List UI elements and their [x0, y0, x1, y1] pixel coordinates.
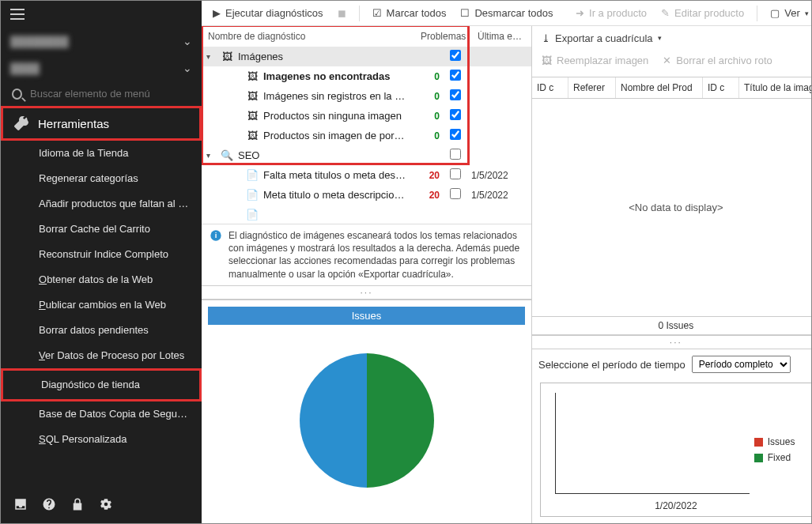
item-checkbox[interactable] [450, 129, 461, 140]
meta-icon: 📄 [246, 208, 259, 221]
sidebar-account-selector[interactable]: ████ ⌄ [1, 55, 202, 81]
diagnostics-column: Nombre de diagnóstico Problemas Última e… [202, 26, 532, 523]
pie-chart-area [208, 325, 525, 517]
image-group-icon: 🖼 [221, 51, 233, 63]
item-count: 20 [411, 170, 440, 181]
search-input[interactable] [30, 88, 191, 100]
help-icon[interactable] [42, 497, 56, 514]
tree-item-products-no-image[interactable]: 🖼 Productos sin ninguna imagen 0 [202, 106, 531, 126]
item-label: Productos sin ninguna imagen [263, 110, 406, 122]
view-menu-button[interactable]: ▢ Ver ▾ [765, 6, 812, 21]
period-selector-row: Seleccione el período de tiempo Período … [532, 349, 812, 379]
col-last-exec: Última e… [478, 31, 525, 42]
sidebar-item-rebuild-index[interactable]: Reconstruir Indice Completo [1, 242, 202, 267]
horizontal-splitter[interactable]: ··· [532, 335, 812, 349]
sidebar-section-tools[interactable]: Herramientas [1, 106, 202, 141]
gear-icon[interactable] [99, 497, 113, 514]
legend-issues: Issues [754, 436, 805, 447]
caret-down-icon[interactable]: ▾ [206, 52, 216, 61]
sidebar-item-regen-categories[interactable]: Regenerar categorías [1, 166, 202, 191]
timeline-legend: Issues Fixed [754, 383, 811, 516]
right-toolbar: ⤓ Exportar a cuadrícula ▾ 🖼 Reemplazar i… [532, 26, 812, 72]
item-checkbox[interactable] [450, 109, 461, 120]
sidebar-search[interactable] [1, 81, 202, 106]
tree-item-cut[interactable]: 📄 [202, 205, 531, 224]
item-label: Imagenes no encontradas [263, 70, 406, 82]
col-referer[interactable]: Referer [568, 77, 616, 98]
delete-broken-file-button[interactable]: ✕ Borrar el archivo roto [658, 53, 776, 68]
sidebar-item-custom-sql[interactable]: SQL Personalizada [1, 427, 202, 452]
item-checkbox[interactable] [450, 70, 461, 81]
item-count: 20 [411, 190, 440, 201]
col-product-name[interactable]: Nombre del Prod [616, 77, 703, 98]
sidebar-item-language[interactable]: Idioma de la Tienda [1, 141, 202, 166]
chevron-down-icon: ⌄ [183, 35, 192, 47]
sidebar-item-clear-cart-cache[interactable]: Borrar Cache del Carrito [1, 217, 202, 242]
item-date: 1/5/2022 [471, 170, 527, 181]
dropdown-caret-icon: ▾ [805, 9, 809, 17]
replace-image-button[interactable]: 🖼 Reemplazar imagen [537, 53, 653, 68]
product-noimg-icon: 🖼 [246, 110, 259, 123]
item-checkbox[interactable] [450, 89, 461, 100]
export-grid-button[interactable]: ⤓ Exportar a cuadrícula ▾ [537, 31, 667, 46]
seo-icon: 🔍 [221, 149, 233, 162]
meta-icon: 📄 [246, 189, 259, 202]
sidebar-item-add-missing-products[interactable]: Añadir productos que faltan al ín… [1, 191, 202, 217]
group-images-label: Imágenes [238, 51, 406, 62]
edit-product-button[interactable]: ✎ Editar producto [656, 6, 749, 21]
no-data-label: <No data to display> [629, 202, 723, 213]
sidebar-item-get-web-data[interactable]: Obtener datos de la Web [1, 267, 202, 292]
item-count: 0 [411, 111, 440, 122]
tree-item-missing-meta[interactable]: 📄 Falta meta titulos o meta descripc 20 … [202, 165, 531, 185]
sidebar-item-publish-web[interactable]: Publicar cambios en la Web [1, 292, 202, 318]
caret-down-icon[interactable]: ▾ [206, 151, 216, 160]
stop-button[interactable]: ◼ [333, 6, 351, 21]
horizontal-splitter[interactable]: ··· [202, 285, 531, 300]
group-images-checkbox[interactable] [450, 50, 461, 61]
col-problems: Problemas [421, 31, 478, 42]
diagnostics-header-row: Nombre de diagnóstico Problemas Última e… [202, 26, 531, 47]
diagnostics-tree-panel: Nombre de diagnóstico Problemas Última e… [202, 26, 531, 224]
tree-item-meta-title-desc[interactable]: 📄 Meta titulo o meta descripciones 20 1/… [202, 185, 531, 205]
sidebar-store-selector[interactable]: ████████ ⌄ [1, 28, 202, 55]
group-seo-checkbox[interactable] [450, 149, 461, 160]
results-grid-body: <No data to display> [532, 99, 812, 317]
swatch-issues [754, 438, 763, 447]
unmark-all-button[interactable]: ☐ Desmarcar todos [455, 6, 557, 21]
tree-item-products-no-cover[interactable]: 🖼 Productos sin imagen de portada 0 [202, 126, 531, 145]
item-checkbox[interactable] [450, 188, 461, 199]
sidebar-item-batch-data[interactable]: Ver Datos de Proceso por Lotes [1, 343, 202, 368]
col-id2[interactable]: ID c [703, 77, 739, 98]
sidebar-item-store-diagnostics[interactable]: Diagnóstico de tienda [1, 368, 202, 401]
edit-product-label: Editar producto [674, 7, 744, 19]
sidebar-item-clear-pending[interactable]: Borrar datos pendientes [1, 318, 202, 343]
export-grid-label: Exportar a cuadrícula [555, 32, 653, 44]
col-name: Nombre de diagnóstico [208, 31, 421, 42]
item-label: Imágenes sin registros en la base [263, 90, 406, 102]
period-select[interactable]: Período completo [692, 356, 791, 373]
period-label: Seleccione el período de tiempo [538, 359, 685, 371]
top-toolbar: ▶ Ejecutar diagnósticos ◼ ☑ Marcar todos… [202, 1, 812, 26]
meta-icon: 📄 [246, 169, 259, 182]
image-db-icon: 🖼 [246, 90, 259, 103]
info-text: El diagnóstico de imágenes escaneará tod… [228, 229, 523, 281]
inbox-icon[interactable] [13, 497, 28, 514]
go-to-product-button[interactable]: ➜ Ir a producto [571, 6, 651, 21]
col-id[interactable]: ID c [532, 77, 568, 98]
tree-group-images[interactable]: ▾ 🖼 Imágenes [202, 47, 531, 66]
timeline-chart: Issues Fixed 1/20/2022 [540, 383, 812, 517]
run-diagnostics-button[interactable]: ▶ Ejecutar diagnósticos [208, 6, 328, 21]
results-grid-header: ID c Referer Nombre del Prod ID c Título… [532, 77, 812, 99]
tree-group-seo[interactable]: ▾ 🔍 SEO [202, 145, 531, 165]
mark-all-button[interactable]: ☑ Marcar todos [368, 6, 451, 21]
tree-item-images-no-record[interactable]: 🖼 Imágenes sin registros en la base 0 [202, 86, 531, 106]
timeline-axes [555, 393, 750, 494]
col-image-title[interactable]: Título de la imag [739, 77, 812, 98]
menu-toggle[interactable] [1, 1, 202, 28]
info-icon: i [210, 229, 222, 242]
lock-icon[interactable] [70, 497, 85, 514]
item-checkbox[interactable] [450, 168, 461, 179]
tree-item-images-not-found[interactable]: 🖼 Imagenes no encontradas 0 [202, 66, 531, 86]
issues-chart-panel: Issues [202, 300, 531, 523]
sidebar-item-db-backup[interactable]: Base de Datos Copia de Seguridad… [1, 401, 202, 427]
